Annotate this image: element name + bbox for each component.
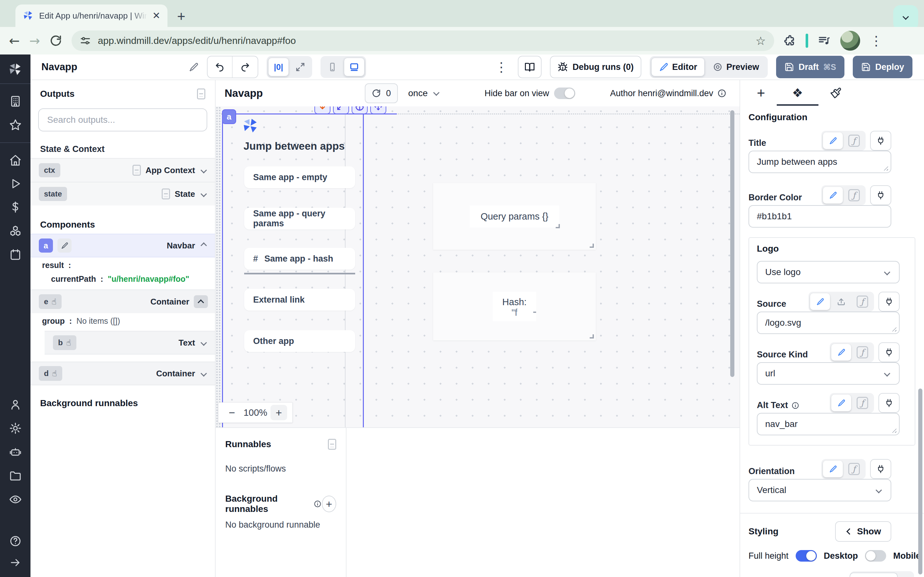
- anchor-handle[interactable]: [352, 106, 368, 114]
- component-settings-tab[interactable]: ❖: [792, 80, 803, 106]
- centered-layout-button[interactable]: |0|: [268, 58, 289, 76]
- hide-bar-toggle[interactable]: [554, 87, 575, 99]
- home-icon[interactable]: [9, 154, 22, 167]
- resize-corner-icon[interactable]: [533, 309, 536, 313]
- resize-corner-icon[interactable]: [590, 243, 594, 248]
- nav-button-other-app[interactable]: Other app: [244, 330, 355, 352]
- tab-close-icon[interactable]: ✕: [152, 11, 160, 21]
- connect-input-button[interactable]: [879, 342, 900, 362]
- static-input-button[interactable]: [823, 187, 843, 203]
- fx-input-button[interactable]: ƒ: [853, 344, 872, 361]
- search-outputs-input[interactable]: [38, 108, 207, 131]
- component-row-text-b[interactable]: b☝ Text: [45, 331, 215, 355]
- show-styling-button[interactable]: Show: [835, 521, 891, 542]
- schedules-icon[interactable]: [9, 248, 22, 261]
- media-controls-icon[interactable]: [818, 34, 830, 47]
- resize-corner-icon[interactable]: [590, 334, 594, 338]
- bookmark-star-icon[interactable]: ☆: [756, 34, 766, 47]
- mobile-view-button[interactable]: [322, 58, 342, 76]
- orientation-select[interactable]: Vertical: [748, 479, 891, 501]
- component-row-container-e[interactable]: e☝ Container: [31, 290, 215, 313]
- chevron-up-icon[interactable]: [200, 242, 207, 249]
- forward-button[interactable]: →: [29, 33, 40, 48]
- zoom-in-button[interactable]: +: [270, 405, 287, 420]
- browser-menu-icon[interactable]: ⋮: [870, 33, 883, 48]
- runs-icon[interactable]: [9, 177, 21, 190]
- move-handle[interactable]: [370, 106, 386, 114]
- ctx-row[interactable]: ctx App Context: [31, 158, 215, 182]
- redo-button[interactable]: [233, 56, 258, 77]
- add-background-runnable-button[interactable]: +: [322, 496, 336, 512]
- fx-input-button[interactable]: ƒ: [844, 187, 864, 203]
- window-chevron-button[interactable]: [893, 5, 918, 30]
- run-mode-select[interactable]: once: [408, 88, 441, 98]
- variables-icon[interactable]: [9, 201, 22, 213]
- state-row[interactable]: state State: [31, 182, 215, 205]
- folders-icon[interactable]: [9, 469, 22, 482]
- static-input-button[interactable]: [831, 344, 851, 361]
- static-input-button[interactable]: [823, 461, 843, 477]
- draft-button[interactable]: Draft ⌘S: [776, 56, 845, 78]
- workspace-icon[interactable]: [9, 95, 22, 108]
- query-params-container[interactable]: Query params {}: [433, 183, 596, 250]
- connect-input-button[interactable]: [870, 185, 891, 205]
- settings-icon[interactable]: [9, 422, 22, 435]
- toolbar-menu-icon[interactable]: ⋮: [495, 60, 507, 74]
- chevron-down-icon[interactable]: [200, 340, 207, 346]
- styling-tab[interactable]: [830, 80, 842, 106]
- edit-app-name-icon[interactable]: [188, 62, 199, 72]
- resize-corner-icon[interactable]: [556, 224, 560, 228]
- zoom-out-button[interactable]: −: [224, 405, 240, 420]
- connect-input-button[interactable]: [870, 131, 891, 151]
- favorites-icon[interactable]: [9, 119, 22, 131]
- back-button[interactable]: ←: [9, 33, 20, 48]
- desktop-view-button[interactable]: [344, 58, 365, 76]
- profile-avatar[interactable]: [840, 31, 860, 51]
- runnables-doc-icon[interactable]: [328, 439, 336, 450]
- deploy-button[interactable]: Deploy: [853, 56, 913, 78]
- upload-input-button[interactable]: [831, 293, 851, 310]
- static-input-button[interactable]: [810, 293, 830, 310]
- reload-button[interactable]: [50, 35, 62, 47]
- windmill-logo-icon[interactable]: [8, 55, 23, 83]
- fullwidth-layout-button[interactable]: [290, 58, 310, 76]
- logo-select[interactable]: Use logo: [757, 261, 900, 284]
- fx-input-button[interactable]: ƒ: [853, 395, 872, 411]
- border-color-input[interactable]: #b1b1b1: [748, 205, 891, 227]
- query-params-text[interactable]: Query params {}: [470, 205, 559, 227]
- connect-input-button[interactable]: [879, 393, 900, 413]
- fx-input-button[interactable]: ƒ: [844, 132, 864, 149]
- insert-below-handle[interactable]: [314, 106, 330, 114]
- refresh-button[interactable]: 0: [365, 83, 398, 103]
- expand-rail-icon[interactable]: [9, 556, 21, 569]
- editor-tab[interactable]: Editor: [651, 58, 704, 76]
- source-kind-select[interactable]: url: [757, 362, 900, 385]
- full-height-toggle[interactable]: [796, 550, 817, 562]
- navbar-component[interactable]: a Jump between apps Same app - empty Sam…: [222, 113, 364, 427]
- static-input-button[interactable]: [823, 132, 843, 149]
- canvas-scrollbar[interactable]: [730, 110, 734, 377]
- title-value-input[interactable]: Jump between apps: [748, 151, 891, 173]
- resources-icon[interactable]: [9, 224, 22, 237]
- fx-input-button[interactable]: ƒ: [844, 461, 864, 477]
- chevron-down-icon[interactable]: [200, 191, 207, 197]
- component-row-container-d[interactable]: d☝ Container: [31, 362, 215, 385]
- connect-input-button[interactable]: [879, 292, 900, 311]
- expand-handle[interactable]: [333, 106, 349, 114]
- connect-input-button[interactable]: [870, 459, 891, 479]
- browser-tab[interactable]: Edit App u/henri/navapp | Win ✕: [15, 5, 168, 27]
- address-bar[interactable]: app.windmill.dev/apps/edit/u/henri/navap…: [71, 31, 774, 51]
- site-settings-icon[interactable]: [80, 35, 91, 46]
- component-row-navbar[interactable]: a Navbar: [31, 234, 215, 258]
- chevron-down-icon[interactable]: [200, 370, 207, 377]
- fx-input-button[interactable]: ƒ: [853, 293, 872, 310]
- new-tab-button[interactable]: +: [177, 8, 186, 24]
- docs-button[interactable]: [518, 56, 541, 78]
- nav-button-query-params[interactable]: Same app - query params: [244, 208, 355, 229]
- audit-eye-icon[interactable]: [9, 493, 22, 506]
- desktop-mobile-toggle[interactable]: [865, 550, 886, 562]
- edit-component-icon[interactable]: [57, 239, 71, 253]
- extensions-icon[interactable]: [784, 35, 796, 47]
- app-canvas[interactable]: a Jump between apps Same app - empty Sam…: [216, 106, 740, 427]
- url-text[interactable]: app.windmill.dev/apps/edit/u/henri/navap…: [98, 35, 748, 46]
